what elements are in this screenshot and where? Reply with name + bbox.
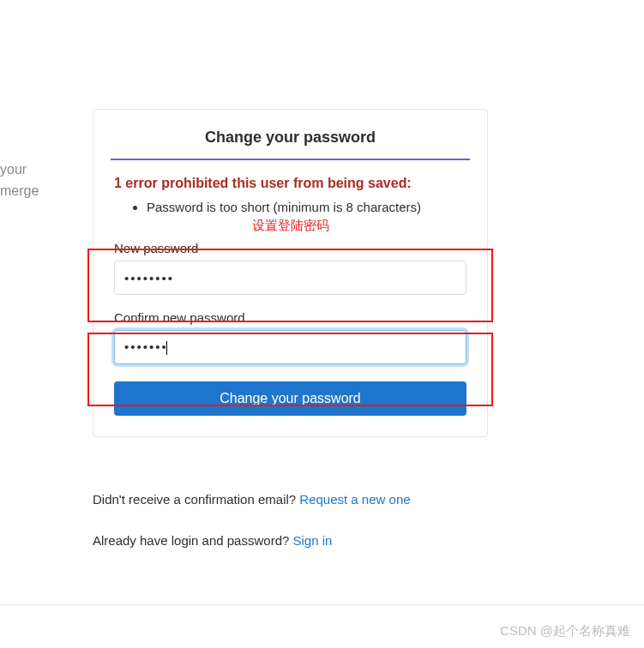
new-password-input[interactable] (114, 261, 466, 295)
error-item: Password is too short (minimum is 8 char… (147, 200, 466, 214)
request-new-link[interactable]: Request a new one (299, 492, 410, 507)
confirm-password-label: Confirm new password (114, 310, 466, 325)
card-body: 1 error prohibited this user from being … (93, 160, 487, 436)
change-password-button[interactable]: Change your password (114, 381, 466, 416)
confirmation-row: Didn't receive a confirmation email? Req… (93, 492, 411, 507)
error-heading: 1 error prohibited this user from being … (114, 176, 466, 191)
sign-in-link[interactable]: Sign in (292, 533, 332, 548)
annotation-text: 设置登陆密码 (114, 218, 466, 234)
confirmation-text: Didn't receive a confirmation email? (93, 492, 299, 507)
divider-line (0, 604, 644, 605)
confirm-password-input[interactable] (114, 330, 466, 364)
signin-row: Already have login and password? Sign in (93, 533, 332, 548)
new-password-label: New password (114, 241, 466, 255)
background-text-line1: your (0, 159, 27, 181)
background-text-line2: merge (0, 180, 39, 202)
watermark-text: CSDN @起个名称真难 (500, 623, 630, 639)
card-title: Change your password (93, 110, 487, 159)
signin-text: Already have login and password? (93, 533, 292, 548)
change-password-card: Change your password 1 error prohibited … (93, 109, 488, 437)
error-list: Password is too short (minimum is 8 char… (114, 200, 466, 214)
